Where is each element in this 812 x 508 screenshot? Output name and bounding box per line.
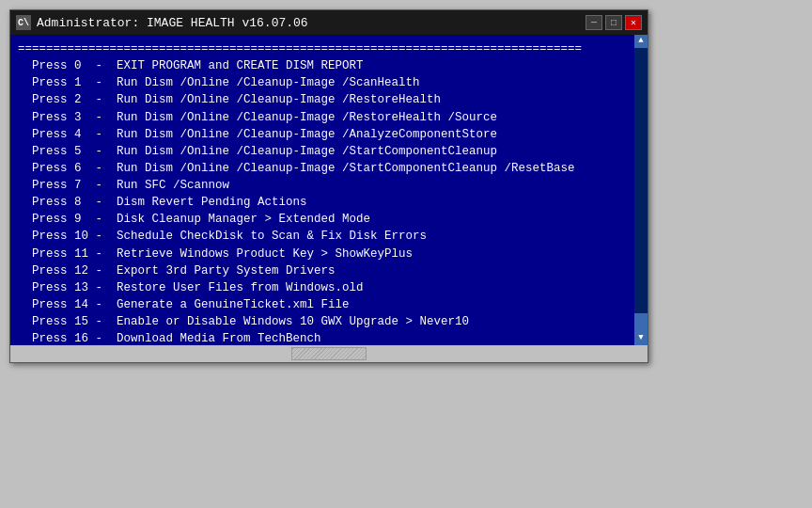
terminal-line: Press 14 - Generate a GenuineTicket.xml … <box>18 296 625 313</box>
close-button[interactable]: ✕ <box>625 15 642 30</box>
terminal-lines: Press 0 - EXIT PROGRAM and CREATE DISM R… <box>18 57 625 345</box>
title-bar-controls[interactable]: ─ □ ✕ <box>586 15 642 30</box>
terminal-line: Press 15 - Enable or Disable Windows 10 … <box>18 313 625 330</box>
title-bar-left: C\ Administrator: IMAGE HEALTH v16.07.06 <box>16 15 308 30</box>
resize-handle[interactable] <box>291 347 367 360</box>
terminal-line: Press 6 - Run Dism /Online /Cleanup-Imag… <box>18 160 625 177</box>
terminal-line: Press 0 - EXIT PROGRAM and CREATE DISM R… <box>18 57 625 74</box>
terminal-line: Press 9 - Disk Cleanup Manager > Extende… <box>18 211 625 228</box>
terminal-line: Press 11 - Retrieve Windows Product Key … <box>18 246 625 262</box>
terminal-line: Press 4 - Run Dism /Online /Cleanup-Imag… <box>18 126 625 143</box>
scrollbar[interactable]: ▲ ▼ <box>634 35 648 345</box>
minimize-button[interactable]: ─ <box>586 15 602 30</box>
window-title: Administrator: IMAGE HEALTH v16.07.06 <box>37 16 308 30</box>
terminal-line: Press 2 - Run Dism /Online /Cleanup-Imag… <box>18 91 625 108</box>
terminal-window: C\ Administrator: IMAGE HEALTH v16.07.06… <box>9 9 648 363</box>
terminal-line: Press 12 - Export 3rd Party System Drive… <box>18 262 625 279</box>
scroll-thumb[interactable] <box>634 313 648 332</box>
terminal-content: ========================================… <box>18 40 640 345</box>
terminal-line: Press 16 - Download Media From TechBench <box>18 330 625 345</box>
terminal-line: Press 13 - Restore User Files from Windo… <box>18 279 625 296</box>
terminal-line: Press 1 - Run Dism /Online /Cleanup-Imag… <box>18 74 625 91</box>
scroll-up-arrow[interactable]: ▲ <box>634 35 648 48</box>
window-bottom <box>10 345 648 362</box>
scroll-track <box>634 48 648 332</box>
terminal-line: Press 5 - Run Dism /Online /Cleanup-Imag… <box>18 143 625 160</box>
maximize-button[interactable]: □ <box>605 15 622 30</box>
title-bar: C\ Administrator: IMAGE HEALTH v16.07.06… <box>10 10 648 35</box>
scroll-down-arrow[interactable]: ▼ <box>634 332 648 345</box>
terminal-line: Press 3 - Run Dism /Online /Cleanup-Imag… <box>18 109 625 126</box>
separator-top: ========================================… <box>18 40 625 57</box>
cmd-icon: C\ <box>16 15 31 30</box>
terminal-line: Press 7 - Run SFC /Scannow <box>18 177 625 194</box>
terminal-body: ========================================… <box>10 35 648 345</box>
terminal-line: Press 8 - Dism Revert Pending Actions <box>18 194 625 211</box>
terminal-line: Press 10 - Schedule CheckDisk to Scan & … <box>18 228 625 245</box>
